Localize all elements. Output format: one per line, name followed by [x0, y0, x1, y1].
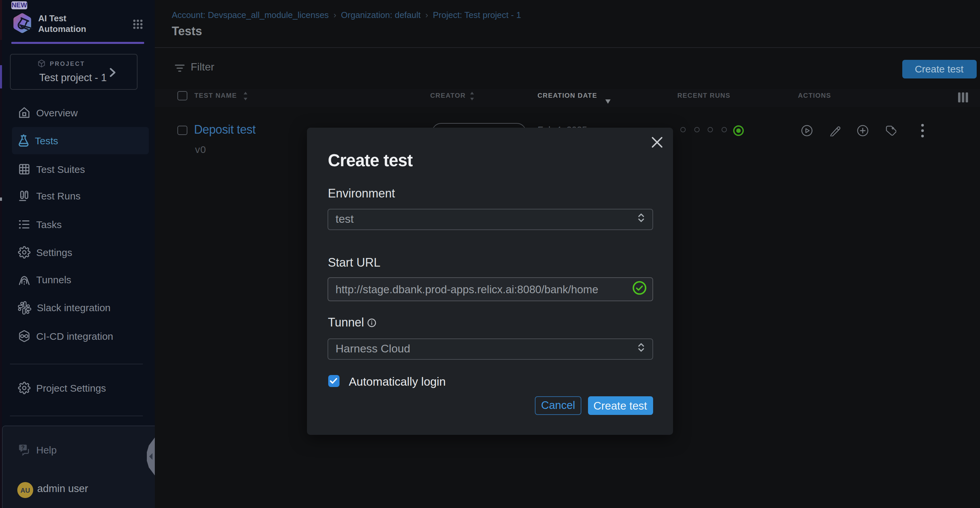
svg-text:?: ? [21, 444, 25, 450]
